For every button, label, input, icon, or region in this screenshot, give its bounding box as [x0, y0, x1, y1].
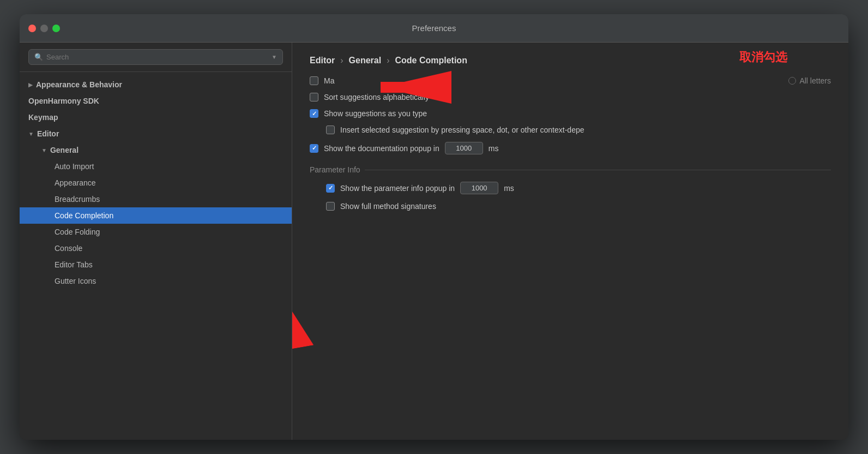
main-body: 🔍 ▼ ▶ Appearance & Behavior OpenHarmony …	[20, 43, 848, 440]
option-label-show-doc-popup: Show the documentation popup in	[324, 144, 439, 153]
option-row-show-full-signatures: Show full method signatures	[326, 202, 831, 211]
minimize-button[interactable]	[40, 25, 48, 32]
sidebar-item-label: Code Completion	[55, 211, 113, 220]
radio-all-letters[interactable]: All letters	[788, 76, 831, 85]
sidebar-item-label: General	[50, 146, 79, 154]
titlebar: Preferences	[20, 14, 848, 43]
option-row-sort-alphabetically: Sort suggestions alphabetically	[310, 93, 831, 101]
option-label-show-param-popup: Show the parameter info popup in	[340, 184, 455, 193]
sidebar-item-auto-import[interactable]: Auto Import	[20, 158, 292, 175]
sidebar-item-label: Console	[55, 244, 82, 253]
sidebar-item-editor[interactable]: ▼ Editor	[20, 126, 292, 142]
search-input-wrap[interactable]: 🔍 ▼	[28, 49, 283, 65]
checkbox-insert-suggestion[interactable]	[326, 126, 335, 134]
sidebar-nav: ▶ Appearance & Behavior OpenHarmony SDK …	[20, 72, 292, 440]
search-bar: 🔍 ▼	[20, 43, 292, 72]
sidebar-item-label: OpenHarmony SDK	[28, 97, 99, 105]
breadcrumb-part3: Code Completion	[395, 56, 467, 65]
option-label-insert-suggestion: Insert selected suggestion by pressing s…	[340, 126, 584, 134]
option-label-show-suggestions: Show suggestions as you type	[324, 109, 427, 118]
sidebar: 🔍 ▼ ▶ Appearance & Behavior OpenHarmony …	[20, 43, 292, 440]
sidebar-item-general[interactable]: ▼ General	[20, 142, 292, 158]
checkbox-match-case[interactable]	[310, 76, 318, 85]
window-controls	[28, 25, 60, 32]
option-row-show-doc-popup: Show the documentation popup in ms	[310, 142, 831, 154]
param-popup-ms-label: ms	[504, 184, 514, 193]
sidebar-item-editor-tabs[interactable]: Editor Tabs	[20, 256, 292, 273]
maximize-button[interactable]	[52, 25, 60, 32]
red-arrow-bottom	[292, 278, 330, 357]
content-area: Editor › General › Code Completion Ma Al…	[292, 43, 848, 440]
option-row-insert-suggestion: Insert selected suggestion by pressing s…	[326, 126, 831, 134]
checkbox-show-full-signatures[interactable]	[326, 202, 335, 211]
breadcrumb-sep1: ›	[340, 56, 343, 65]
sidebar-item-label: Editor Tabs	[55, 260, 93, 269]
option-row-match-case: Ma All letters	[310, 76, 831, 85]
sidebar-item-label: Auto Import	[55, 162, 94, 171]
option-label-show-full-signatures: Show full method signatures	[340, 202, 436, 211]
breadcrumb-sep2: ›	[387, 56, 389, 65]
sidebar-item-gutter-icons[interactable]: Gutter Icons	[20, 273, 292, 289]
param-info-header: Parameter Info	[310, 165, 831, 174]
sidebar-item-label: Keymap	[28, 113, 58, 122]
sidebar-item-code-folding[interactable]: Code Folding	[20, 224, 292, 240]
param-popup-ms-input[interactable]	[460, 182, 498, 194]
option-label-sort-alphabetically: Sort suggestions alphabetically	[324, 93, 429, 101]
doc-popup-ms-input[interactable]	[445, 142, 483, 154]
sidebar-item-label: Appearance	[55, 178, 96, 187]
window-title: Preferences	[412, 23, 456, 33]
checkbox-sort-alphabetically[interactable]	[310, 93, 318, 101]
search-input[interactable]	[46, 53, 268, 61]
search-dropdown-icon[interactable]: ▼	[272, 54, 277, 60]
chevron-icon: ▶	[28, 82, 33, 88]
option-label-match-case: Ma	[324, 76, 334, 85]
search-icon: 🔍	[34, 53, 43, 61]
sidebar-item-appearance-behavior[interactable]: ▶ Appearance & Behavior	[20, 76, 292, 93]
red-arrow-top	[342, 60, 451, 115]
sidebar-item-openharmony-sdk[interactable]: OpenHarmony SDK	[20, 93, 292, 109]
option-row-show-suggestions: Show suggestions as you type	[310, 109, 831, 118]
breadcrumb-part1: Editor	[310, 56, 335, 65]
close-button[interactable]	[28, 25, 36, 32]
param-info-title: Parameter Info	[310, 165, 360, 174]
svg-marker-2	[292, 280, 314, 355]
preferences-window: Preferences 🔍 ▼ ▶ Appearance & Behavior	[20, 14, 848, 440]
sidebar-item-appearance[interactable]: Appearance	[20, 175, 292, 191]
radio-button-all-letters[interactable]	[788, 77, 796, 85]
checkbox-show-doc-popup[interactable]	[310, 144, 318, 153]
checkbox-show-suggestions[interactable]	[310, 109, 318, 118]
chevron-icon: ▼	[41, 147, 47, 153]
sidebar-item-breadcrumbs[interactable]: Breadcrumbs	[20, 191, 292, 207]
sidebar-item-code-completion[interactable]: Code Completion	[20, 207, 292, 224]
sidebar-item-label: Code Folding	[55, 228, 100, 236]
option-row-show-param-popup: Show the parameter info popup in ms	[326, 182, 831, 194]
annotation-cancel: 取消勾选	[739, 49, 787, 65]
chevron-icon: ▼	[28, 131, 34, 137]
sidebar-item-label: Appearance & Behavior	[36, 80, 122, 89]
sidebar-item-console[interactable]: Console	[20, 240, 292, 256]
sidebar-item-label: Breadcrumbs	[55, 195, 100, 204]
sidebar-item-keymap[interactable]: Keymap	[20, 109, 292, 126]
sidebar-item-label: Gutter Icons	[55, 277, 96, 285]
radio-label-all-letters: All letters	[799, 76, 831, 85]
breadcrumb-part2: General	[349, 56, 382, 65]
sidebar-item-label: Editor	[37, 129, 59, 138]
checkbox-show-param-popup[interactable]	[326, 184, 335, 193]
doc-popup-ms-label: ms	[489, 144, 499, 153]
